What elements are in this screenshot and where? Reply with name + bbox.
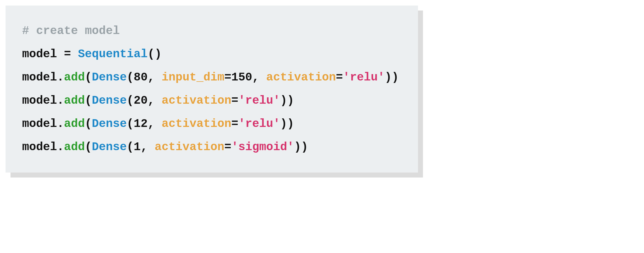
code-token-kwarg: activation [162, 94, 231, 107]
code-token-method: add [64, 71, 85, 84]
code-token-method: add [64, 94, 85, 107]
code-token: )) [385, 71, 399, 84]
code-token: (80, [127, 71, 162, 84]
code-token-kwarg: input_dim [162, 71, 224, 84]
code-token: = [224, 140, 231, 154]
code-token-kwarg: activation [266, 71, 336, 84]
code-token: () [148, 48, 162, 61]
code-token: = [231, 94, 238, 107]
code-token: )) [280, 94, 294, 107]
code-token-string: 'relu' [238, 94, 280, 107]
code-block: # create model model = Sequential() mode… [6, 6, 418, 173]
code-token-class: Dense [92, 117, 127, 131]
code-token-class: Sequential [78, 48, 148, 61]
code-token-string: 'relu' [343, 71, 385, 84]
code-token: (1, [127, 140, 155, 154]
code-token: model. [22, 117, 64, 131]
code-token: )) [294, 140, 308, 154]
code-token: model. [22, 71, 64, 84]
code-token: (12, [127, 117, 162, 131]
code-token: )) [280, 117, 294, 131]
code-token: = [231, 117, 238, 131]
code-token-class: Dense [92, 71, 127, 84]
code-token: ( [85, 71, 92, 84]
code-token: ( [85, 140, 92, 154]
code-token-class: Dense [92, 94, 127, 107]
code-token: (20, [127, 94, 162, 107]
code-token-method: add [64, 140, 85, 154]
code-token-string: 'sigmoid' [231, 140, 294, 154]
code-comment: # create model [22, 24, 120, 38]
code-token-string: 'relu' [238, 117, 280, 131]
code-token-kwarg: activation [155, 140, 224, 154]
code-token: ( [85, 117, 92, 131]
code-token: model. [22, 94, 64, 107]
code-token: ( [85, 94, 92, 107]
code-block-wrapper: # create model model = Sequential() mode… [6, 6, 418, 173]
code-token: = [336, 71, 343, 84]
code-token-kwarg: activation [162, 117, 231, 131]
code-token-method: add [64, 117, 85, 131]
code-token: =150, [224, 71, 266, 84]
code-token: model = [22, 48, 78, 61]
code-token: model. [22, 140, 64, 154]
code-token-class: Dense [92, 140, 127, 154]
